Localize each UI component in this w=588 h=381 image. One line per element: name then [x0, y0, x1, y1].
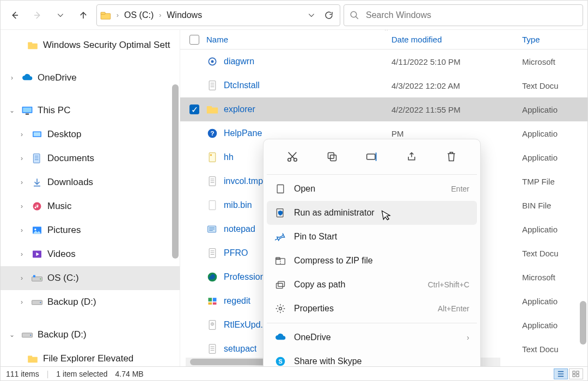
sidebar-item-backup-root[interactable]: ⌄ Backup (D:)	[1, 323, 180, 347]
monitor-icon	[21, 105, 33, 116]
file-type: Applicatio	[522, 321, 587, 330]
svg-rect-40	[209, 303, 212, 305]
file-name: mib.bin	[224, 200, 252, 210]
file-type: Applicatio	[522, 129, 587, 138]
file-date: 4/3/2022 12:02 AM	[391, 81, 522, 90]
sidebar-item-quick[interactable]: Windows Security Optimal Sett	[1, 33, 180, 57]
chevron-right-icon[interactable]: ›	[17, 226, 27, 234]
file-name: RtlExUpd.c	[224, 320, 267, 330]
context-properties[interactable]: Properties Alt+Enter	[267, 297, 477, 321]
file-name: PFRO	[224, 248, 248, 258]
refresh-button[interactable]	[321, 8, 336, 23]
file-name: setupact	[224, 344, 256, 354]
sidebar-item-elevated[interactable]: File Explorer Elevated	[1, 347, 180, 366]
context-skype[interactable]: S Share with Skype	[267, 349, 477, 366]
sidebar-item-label: Backup (D:)	[38, 329, 87, 340]
navpane-scrollbar[interactable]	[172, 84, 179, 259]
chevron-right-icon[interactable]: ›	[17, 274, 27, 282]
file-row[interactable]: ✓explorer4/2/2022 11:55 PMApplicatio	[180, 97, 587, 121]
sidebar-item-music[interactable]: › Music	[1, 194, 180, 218]
sidebar-item-documents[interactable]: › Documents	[1, 146, 180, 170]
column-name[interactable]: Name	[202, 35, 391, 44]
select-all-checkbox[interactable]	[187, 35, 202, 45]
hh-icon	[206, 151, 218, 163]
svg-rect-41	[213, 303, 217, 305]
breadcrumb-segment[interactable]: Windows	[164, 9, 204, 21]
svg-rect-63	[573, 374, 575, 376]
sidebar-item-thispc[interactable]: ⌄ This PC	[1, 99, 180, 122]
sidebar-item-label: Backup (D:)	[47, 297, 96, 308]
search-input[interactable]	[365, 10, 577, 21]
gear-log-icon	[206, 56, 218, 67]
chevron-right-icon[interactable]: ›	[17, 155, 27, 162]
chevron-right-icon[interactable]: ›	[17, 202, 27, 210]
status-bar: 111 items | 1 item selected 4.74 MB	[1, 366, 587, 380]
sidebar-item-desktop[interactable]: › Desktop	[1, 122, 180, 146]
sidebar-item-label: OneDrive	[38, 72, 77, 83]
delete-button[interactable]	[440, 147, 462, 167]
file-type: Text Docu	[522, 81, 587, 90]
sidebar-item-backup[interactable]: › Backup (D:)	[1, 290, 180, 314]
thumbnails-view-button[interactable]	[569, 368, 583, 379]
file-date: PM	[391, 129, 522, 138]
file-type: Applicatio	[522, 105, 587, 114]
svg-rect-1	[101, 12, 105, 14]
cloud-icon	[274, 331, 286, 343]
chevron-down-icon	[308, 11, 315, 19]
svg-rect-48	[330, 155, 336, 161]
file-row[interactable]: diagwrn4/11/2022 5:10 PMMicrosoft	[180, 50, 587, 73]
context-onedrive[interactable]: OneDrive ›	[267, 325, 477, 349]
file-type: Microsoft	[522, 273, 587, 282]
file-list-scrollbar[interactable]	[580, 301, 586, 345]
chevron-right-icon[interactable]: ›	[17, 250, 27, 258]
breadcrumb[interactable]: › OS (C:) › Windows	[96, 4, 340, 26]
share-button[interactable]	[401, 147, 422, 167]
svg-rect-6	[23, 108, 32, 113]
context-pin-start[interactable]: Pin to Start	[267, 225, 477, 249]
sidebar-item-osc[interactable]: › OS (C:)	[1, 266, 180, 290]
sidebar-item-pictures[interactable]: › Pictures	[1, 218, 180, 242]
sidebar-item-videos[interactable]: › Videos	[1, 242, 180, 266]
file-type: TMP File	[522, 177, 587, 186]
svg-rect-38	[209, 298, 212, 302]
rename-button[interactable]	[361, 147, 383, 167]
breadcrumb-dropdown[interactable]	[304, 8, 319, 23]
forward-button[interactable]	[28, 5, 47, 25]
context-run-admin[interactable]: Run as administrator	[267, 201, 477, 225]
breadcrumb-segment[interactable]: OS (C:)	[122, 9, 156, 21]
column-date[interactable]: Date modified	[391, 35, 522, 44]
details-view-button[interactable]	[554, 368, 568, 379]
chevron-down-icon[interactable]: ⌄	[7, 331, 17, 339]
chevron-right-icon[interactable]: ›	[7, 74, 17, 82]
cut-button[interactable]	[281, 147, 303, 167]
pictures-icon	[31, 224, 43, 236]
sidebar-item-onedrive[interactable]: › OneDrive	[1, 66, 180, 90]
context-copy-path[interactable]: Copy as path Ctrl+Shift+C	[267, 273, 477, 297]
separator	[267, 323, 477, 323]
sort-indicator-icon: ⌃	[384, 30, 389, 35]
folder-icon	[27, 39, 39, 51]
column-type[interactable]: Type	[522, 35, 587, 44]
copy-button[interactable]	[321, 147, 343, 167]
search-box[interactable]	[344, 4, 583, 26]
svg-point-17	[40, 279, 41, 280]
row-checkbox[interactable]: ✓	[187, 105, 202, 114]
chevron-right-icon[interactable]: ›	[17, 179, 27, 186]
view-toggles	[554, 368, 583, 379]
file-row[interactable]: DtcInstall4/3/2022 12:02 AMText Docu	[180, 73, 587, 97]
up-button[interactable]	[74, 5, 93, 25]
chevron-right-icon[interactable]: ›	[17, 131, 27, 138]
context-compress[interactable]: Compress to ZIP file	[267, 249, 477, 273]
music-icon	[31, 200, 43, 212]
chevron-right-icon[interactable]: ›	[17, 298, 27, 306]
context-open[interactable]: Open Enter	[267, 177, 477, 201]
file-date: 4/11/2022 5:10 PM	[391, 57, 522, 66]
skype-icon: S	[274, 355, 286, 366]
svg-text:S: S	[278, 358, 282, 365]
chevron-down-icon[interactable]: ⌄	[7, 107, 17, 114]
back-button[interactable]	[5, 5, 24, 25]
pin-icon	[274, 231, 286, 243]
recent-dropdown[interactable]	[51, 5, 70, 25]
sidebar-item-downloads[interactable]: › Downloads	[1, 170, 180, 194]
text-file-icon	[206, 79, 218, 91]
